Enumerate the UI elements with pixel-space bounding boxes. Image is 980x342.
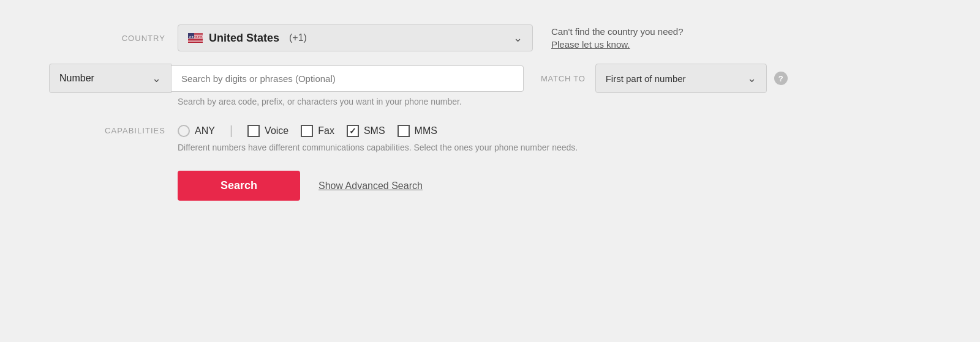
country-name: United States: [209, 32, 279, 45]
match-to-chevron-icon: ⌄: [747, 72, 756, 85]
main-container: COUNTRY ★★★★★★ United Sta: [0, 0, 980, 342]
voice-checkbox[interactable]: [247, 125, 260, 137]
capability-any-option[interactable]: ANY: [178, 125, 215, 137]
capability-divider: |: [230, 124, 233, 138]
svg-rect-11: [188, 42, 203, 42]
any-label: ANY: [195, 125, 215, 136]
svg-rect-12: [188, 42, 203, 43]
number-search-row: Number ⌄ MATCH TO First part of number ⌄…: [49, 64, 931, 93]
capabilities-options: ANY | Voice Fax ✓ SMS: [178, 124, 437, 138]
fax-label: Fax: [318, 125, 334, 136]
capability-mms-option[interactable]: MMS: [398, 125, 437, 137]
match-to-select[interactable]: First part of number ⌄: [595, 64, 767, 93]
match-to-value: First part of number: [606, 73, 742, 84]
svg-rect-7: [188, 39, 203, 39]
please-let-us-know-link[interactable]: Please let us know.: [551, 39, 684, 50]
advanced-search-link[interactable]: Show Advanced Search: [318, 180, 423, 191]
svg-rect-9: [188, 40, 203, 40]
country-label: COUNTRY: [49, 34, 178, 43]
match-to-label: MATCH TO: [541, 74, 586, 83]
country-row: COUNTRY ★★★★★★ United Sta: [49, 24, 931, 51]
number-hint-text: Search by area code, prefix, or characte…: [178, 97, 931, 106]
search-button[interactable]: Search: [178, 171, 300, 201]
cant-find-text: Can't find the country you need?: [551, 26, 684, 37]
svg-rect-10: [188, 40, 203, 41]
number-type-select[interactable]: Number ⌄: [49, 64, 172, 93]
capability-voice-option[interactable]: Voice: [247, 125, 288, 137]
mms-checkbox[interactable]: [398, 125, 410, 137]
sms-label: SMS: [364, 125, 385, 136]
svg-text:★★★★★★: ★★★★★★: [189, 35, 203, 39]
cant-find-container: Can't find the country you need? Please …: [551, 26, 684, 50]
sms-checkbox[interactable]: ✓: [347, 125, 359, 137]
fax-checkbox[interactable]: [301, 125, 313, 137]
capabilities-label: CAPABILITIES: [49, 126, 178, 135]
buttons-row: Search Show Advanced Search: [178, 171, 931, 201]
capabilities-row: CAPABILITIES ANY | Voice Fax ✓: [49, 124, 931, 138]
capabilities-hint-text: Different numbers have different communi…: [178, 143, 931, 152]
match-to-help-icon[interactable]: ?: [774, 72, 788, 85]
svg-rect-8: [188, 39, 203, 40]
number-type-chevron-icon: ⌄: [152, 72, 161, 85]
country-select[interactable]: ★★★★★★ United States (+1) ⌄: [178, 24, 533, 51]
sms-checkmark-icon: ✓: [349, 126, 356, 136]
number-type-label: Number: [59, 73, 94, 84]
capability-fax-option[interactable]: Fax: [301, 125, 334, 137]
country-chevron-icon: ⌄: [513, 31, 522, 45]
capability-sms-option[interactable]: ✓ SMS: [347, 125, 385, 137]
voice-label: Voice: [265, 125, 288, 136]
mms-label: MMS: [415, 125, 437, 136]
us-flag-icon: ★★★★★★: [188, 33, 203, 43]
number-search-input[interactable]: [172, 65, 524, 92]
country-dial-code: (+1): [289, 32, 307, 43]
any-radio-button[interactable]: [178, 125, 190, 137]
